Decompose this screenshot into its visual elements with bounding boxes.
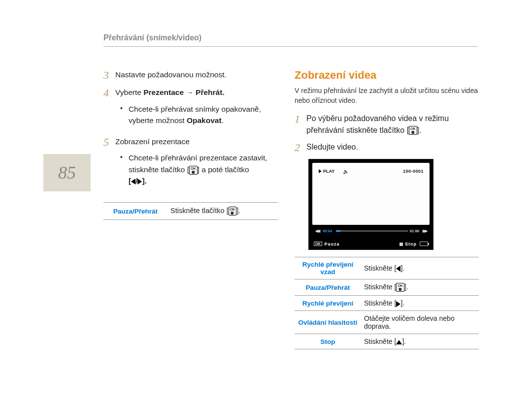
stop-square-icon [399,243,403,246]
step5-b1b: ] a poté tlačítko [198,165,249,174]
step-2-body: Sledujte video. [306,141,479,153]
step-2-right: 2 Sledujte video. [295,141,479,154]
value-fast-forward: Stiskněte []. [361,296,479,311]
ok-button-icon: OK▦ [396,283,404,292]
progress-fill [336,230,340,232]
section-intro: V režimu přehrávání lze zachytit a uloži… [295,86,479,106]
stop-label: Stop [405,242,417,247]
time-total: 01:00 [410,229,419,233]
step-number-3: 3 [103,69,115,82]
step5-b1d: ]. [142,177,146,185]
table-row: Rychlé převíjení Stiskněte []. [295,296,479,311]
table-row: Stop Stiskněte []. [295,334,479,349]
triangle-up-icon [396,340,402,344]
progress-bar [336,230,408,232]
step-5-bullet-1: Chcete-li přehrávání prezentace zastavit… [120,152,278,186]
file-counter: 100-0001 [403,169,424,174]
header-divider [103,46,478,47]
table-value-pause-play: Stiskněte tlačítko [OK▦]. [167,203,278,220]
ok-button-icon: OK▦ [189,166,198,175]
left-action-table: Pauza/Přehrát Stiskněte tlačítko [OK▦]. [103,202,278,220]
step-5-body: Zobrazení prezentace Chcete-li přehráván… [115,136,278,191]
table-row: Rychlé převíjení vzad Stiskněte []. [295,257,479,279]
step-5-line: Zobrazení prezentace [115,137,190,146]
table-row: Ovládání hlasitosti Otáčejte voličem dol… [295,311,479,334]
value-stop: Stiskněte []. [361,334,479,349]
play-triangle-icon [319,169,322,173]
r2b: ]. [404,283,408,291]
s1b: ]. [417,126,422,134]
step-4-body: Vyberte Prezentace → Přehrát. Chcete-li … [115,87,278,131]
t1-va: Stiskněte tlačítko [ [170,207,229,215]
step-number-1: 1 [295,113,306,125]
r1b: ]. [400,264,404,272]
step-4: 4 Vyberte Prezentace → Přehrát. Chcete-l… [103,87,278,131]
play-indicator: PLAY [319,169,334,174]
s1a: Po výběru požadovaného videa v režimu př… [306,114,449,134]
pause-label: Pauza [325,242,340,247]
triangle-left-icon [131,179,135,185]
value-rewind: Stiskněte []. [361,257,479,279]
speaker-icon: 🔈 [343,169,349,174]
time-current: 00:04 [323,229,332,233]
label-stop: Stop [295,334,361,349]
label-rewind: Rychlé převíjení vzad [295,257,361,279]
label-pause-play: Pauza/Přehrát [295,279,361,295]
section-title: Zobrazení videa [295,69,479,82]
step-4-bullet-1: Chcete-li přehrávat snímky opakovaně, vy… [120,103,278,126]
video-controls-table: Rychlé převíjení vzad Stiskněte []. Pauz… [295,257,479,349]
rewind-icon: ◀◀ [314,229,321,233]
ok-button-icon: OK▦ [229,207,237,216]
ok-indicator-icon: OK [314,242,322,246]
right-column: Zobrazení videa V režimu přehrávání lze … [295,69,479,349]
table-label-pause-play: Pauza/Přehrát [103,203,167,220]
step-1-right: 1 Po výběru požadovaného videa v režimu … [295,113,479,136]
ok-button-icon: OK▦ [409,126,417,135]
step-number-2: 2 [295,141,306,154]
step-1-body: Po výběru požadovaného videa v režimu př… [306,113,479,136]
step-4-bullet1-post: . [222,116,224,124]
r3b: ]. [400,299,404,307]
video-progress-row: ◀◀ 00:04 01:00 ▶▶ [314,228,428,235]
fast-forward-icon: ▶▶ [421,229,428,233]
label-fast-forward: Rychlé převíjení [295,296,361,311]
video-preview: PLAY 🔈 100-0001 ◀◀ 00:04 01:00 ▶▶ OK Pau… [308,159,433,250]
t1-vb: ]. [236,207,240,215]
video-screen-area: PLAY 🔈 100-0001 [312,163,430,225]
page-breadcrumb: Přehrávání (snímek/video) [103,33,201,42]
label-volume: Ovládání hlasitosti [295,311,361,334]
step-4-bullet1-bold: Opakovat [187,116,222,124]
play-label: PLAY [323,169,334,174]
value-volume: Otáčejte voličem doleva nebo doprava. [361,311,479,334]
page-number: 85 [58,162,76,183]
left-column: 3 Nastavte požadovanou možnost. 4 Vybert… [103,69,278,220]
stop-label-row: Stop [399,242,417,247]
step-4-bold: Prezentace → Přehrát. [143,88,225,96]
step-4-pre: Vyberte [115,88,143,96]
step-3: 3 Nastavte požadovanou možnost. [103,69,278,82]
r5a: Stiskněte [ [364,338,396,345]
step-number-5: 5 [103,136,115,149]
r1a: Stiskněte [ [364,264,396,272]
r2a: Stiskněte [ [364,283,396,291]
step-5: 5 Zobrazení prezentace Chcete-li přehráv… [103,136,278,191]
video-bottom-bar: OK Pauza Stop [314,242,428,247]
value-pause-play: Stiskněte [OK▦]. [361,279,479,295]
r3a: Stiskněte [ [364,299,396,307]
table-row: Pauza/Přehrát Stiskněte [OK▦]. [295,279,479,295]
step-number-4: 4 [103,87,115,99]
r5b: ]. [402,338,406,345]
page-number-block: 85 [43,154,91,191]
battery-icon [420,242,428,246]
step-3-text: Nastavte požadovanou možnost. [115,69,278,80]
table-row: Pauza/Přehrát Stiskněte tlačítko [OK▦]. [103,203,278,220]
